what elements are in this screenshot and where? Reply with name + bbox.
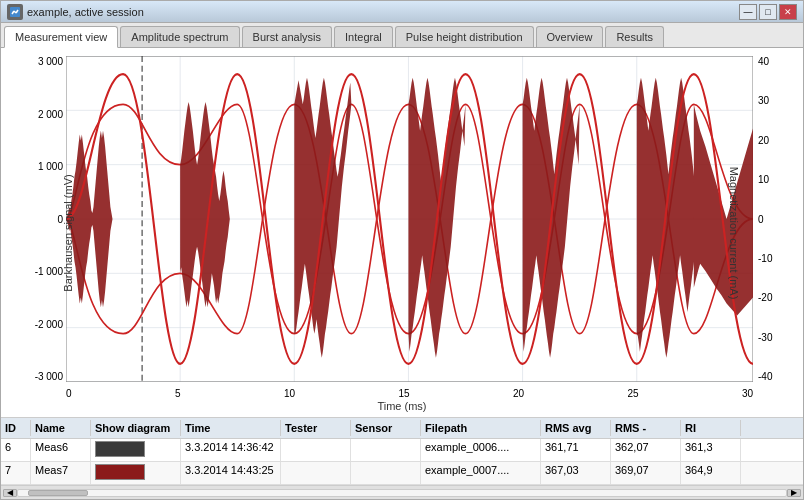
cell-rmsminus-7: 369,07 <box>611 462 681 484</box>
tab-burst-analysis[interactable]: Burst analysis <box>242 26 332 47</box>
cell-tester-6 <box>281 439 351 461</box>
window-controls: — □ ✕ <box>739 4 797 20</box>
scroll-right-button[interactable]: ▶ <box>787 489 801 497</box>
window-title: example, active session <box>27 6 739 18</box>
chart-svg <box>66 56 753 382</box>
tab-results[interactable]: Results <box>605 26 664 47</box>
cell-color-6 <box>91 439 181 461</box>
col-tester: Tester <box>281 420 351 436</box>
tab-amplitude-spectrum[interactable]: Amplitude spectrum <box>120 26 239 47</box>
col-show: Show diagram <box>91 420 181 436</box>
main-content: Barkhausen signal (mV) Magnetization cur… <box>1 48 803 499</box>
cell-name-7: Meas7 <box>31 462 91 484</box>
tab-overview[interactable]: Overview <box>536 26 604 47</box>
cell-rmsavg-6: 361,71 <box>541 439 611 461</box>
titlebar: example, active session — □ ✕ <box>1 1 803 23</box>
tab-pulse-height-distribution[interactable]: Pulse height distribution <box>395 26 534 47</box>
horizontal-scrollbar[interactable]: ◀ ▶ <box>1 485 803 499</box>
table-row[interactable]: 6 Meas6 3.3.2014 14:36:42 example_0006..… <box>1 439 803 462</box>
tab-bar: Measurement view Amplitude spectrum Burs… <box>1 23 803 48</box>
cell-rmsavg-7: 367,03 <box>541 462 611 484</box>
y-axis-left-label: Barkhausen signal (mV) <box>62 174 74 291</box>
cell-time-6: 3.3.2014 14:36:42 <box>181 439 281 461</box>
table-row[interactable]: 7 Meas7 3.3.2014 14:43:25 example_0007..… <box>1 462 803 485</box>
cell-id-7: 7 <box>1 462 31 484</box>
x-ticks: 0 5 10 15 20 25 30 <box>66 388 753 399</box>
cell-filepath-7: example_0007.... <box>421 462 541 484</box>
cell-filepath-6: example_0006.... <box>421 439 541 461</box>
tab-measurement-view[interactable]: Measurement view <box>4 26 118 48</box>
col-time: Time <box>181 420 281 436</box>
scrollbar-track[interactable] <box>17 489 787 497</box>
col-name: Name <box>31 420 91 436</box>
y-ticks-right: 40 30 20 10 0 -10 -20 -30 -40 <box>758 56 793 382</box>
col-id: ID <box>1 420 31 436</box>
table-header-row: ID Name Show diagram Time Tester Sensor … <box>1 418 803 439</box>
chart-area: Barkhausen signal (mV) Magnetization cur… <box>1 48 803 417</box>
scrollbar-thumb[interactable] <box>28 490 88 496</box>
cell-sensor-7 <box>351 462 421 484</box>
y-ticks-left: 3 000 2 000 1 000 0 -1 000 -2 000 -3 000 <box>23 56 63 382</box>
maximize-button[interactable]: □ <box>759 4 777 20</box>
cell-ri-6: 361,3 <box>681 439 741 461</box>
col-rms-avg: RMS avg <box>541 420 611 436</box>
col-sensor: Sensor <box>351 420 421 436</box>
col-rms-minus: RMS - <box>611 420 681 436</box>
cell-rmsminus-6: 362,07 <box>611 439 681 461</box>
cell-sensor-6 <box>351 439 421 461</box>
main-window: example, active session — □ ✕ Measuremen… <box>0 0 804 500</box>
app-icon <box>7 4 23 20</box>
cell-ri-7: 364,9 <box>681 462 741 484</box>
tab-integral[interactable]: Integral <box>334 26 393 47</box>
x-axis-label: Time (ms) <box>377 400 426 412</box>
col-filepath: Filepath <box>421 420 541 436</box>
y-axis-right-label: Magnetization current (mA) <box>729 166 741 299</box>
scroll-left-button[interactable]: ◀ <box>3 489 17 497</box>
cell-id-6: 6 <box>1 439 31 461</box>
cell-name-6: Meas6 <box>31 439 91 461</box>
close-button[interactable]: ✕ <box>779 4 797 20</box>
cell-color-7 <box>91 462 181 484</box>
cell-time-7: 3.3.2014 14:43:25 <box>181 462 281 484</box>
minimize-button[interactable]: — <box>739 4 757 20</box>
cell-tester-7 <box>281 462 351 484</box>
data-table: ID Name Show diagram Time Tester Sensor … <box>1 417 803 499</box>
col-ri: RI <box>681 420 741 436</box>
